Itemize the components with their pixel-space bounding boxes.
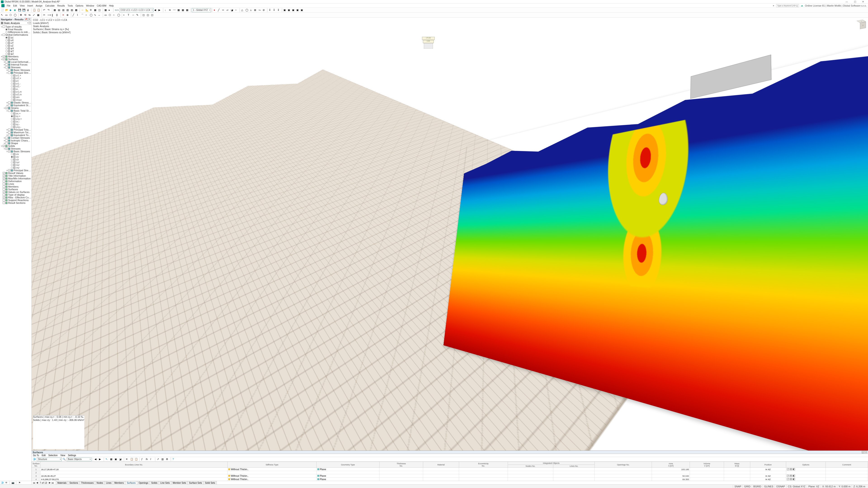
mirror-icon[interactable]: ⇋ [28, 13, 32, 17]
tree-item[interactable]: ⊞Equivalent Total Strains [0, 134, 31, 136]
tree-item[interactable]: ⊞Local Deformations [0, 61, 31, 63]
navigation-cube[interactable]: YX-Z [856, 20, 866, 29]
tree-item[interactable]: σ1,- [0, 82, 31, 85]
tree-item[interactable]: Title Information [0, 174, 31, 177]
panel-tree-icon[interactable]: 🧊 [32, 457, 36, 461]
tab-surface-sets[interactable]: Surface Sets [187, 481, 204, 484]
view-iso-icon[interactable]: ▦ [53, 8, 57, 12]
panel-copy-icon[interactable]: 📋 [130, 457, 134, 461]
panel-cols-icon[interactable]: ▥ [161, 457, 165, 461]
design1-icon[interactable]: ▣ [283, 8, 287, 12]
menu-assign[interactable]: Assign [34, 4, 44, 7]
nav-model-icon[interactable]: 🧊 [1, 481, 4, 484]
menu-edit[interactable]: Edit [12, 4, 18, 7]
load3-icon[interactable]: ↧ [277, 8, 281, 12]
print-icon[interactable]: 🖨 [26, 8, 30, 12]
tree-item[interactable]: Type of display [0, 193, 31, 196]
tree-item[interactable]: α+ [0, 79, 31, 82]
menu-calculate[interactable]: Calculate [44, 4, 56, 7]
tree-item[interactable]: Result Sections [0, 201, 31, 204]
render2-icon[interactable]: ▦ [181, 8, 185, 12]
grid-first-icon[interactable]: ⏮ [32, 482, 35, 484]
panel-it-icon[interactable]: I [150, 457, 154, 461]
sel-arrow-icon[interactable]: ↖ [0, 13, 4, 17]
surf-circle-icon[interactable]: ○ [113, 13, 117, 17]
menu-view[interactable]: View [18, 4, 26, 7]
tree-item[interactable]: σ2,m [0, 93, 31, 96]
navigator-tree[interactable]: ⊟Type of resultsFinal ResultsDifferences… [0, 25, 31, 481]
polyline-icon[interactable]: ⌇ [76, 13, 81, 17]
results-icon[interactable]: ≋ [168, 8, 173, 12]
member-icon[interactable]: ═ [222, 8, 226, 12]
view-xy-icon[interactable]: ▤ [57, 8, 61, 12]
data-grid[interactable]: SurfaceNo.Boundary Lines No.Stiffness Ty… [32, 462, 868, 481]
tree-item[interactable]: φX [0, 47, 31, 50]
save-as-icon[interactable]: 💾 [22, 8, 26, 12]
offset-icon[interactable]: ‖ [51, 13, 55, 17]
render3-icon[interactable]: ▦ [186, 8, 190, 12]
panel-menu-view[interactable]: View [59, 454, 67, 457]
panel-help-icon[interactable]: ? [172, 457, 176, 461]
panel-menu-settings[interactable]: Settings [66, 454, 77, 457]
tab-thicknesses[interactable]: Thicknesses [80, 481, 95, 484]
tree-item[interactable]: φZ [0, 53, 31, 55]
grid-last-icon[interactable]: ⏭ [51, 482, 55, 484]
panel-highlight-icon[interactable]: ◪ [119, 457, 123, 461]
tab-member-sets[interactable]: Member Sets [171, 481, 188, 484]
panel-close-icon[interactable]: ✕ [865, 451, 867, 453]
panel-paste-icon[interactable]: 📋 [134, 457, 138, 461]
tree-item[interactable]: uZ [0, 44, 31, 47]
tree-item[interactable]: εx,+ [0, 112, 31, 115]
menu-options[interactable]: Options [74, 4, 85, 7]
tree-item[interactable]: ⊞Members [0, 55, 31, 58]
tree-item[interactable]: ⊞Equivalent Stresses [0, 104, 31, 107]
tab-solid-sets[interactable]: Solid Sets [204, 481, 217, 484]
table-row[interactable]: 44-9,268,37-58,270Without Thickn..Plane6… [32, 478, 868, 481]
open-cloud-icon[interactable]: ◆ [9, 8, 13, 12]
tab-nodes[interactable]: Nodes [95, 481, 105, 484]
sel-lasso-icon[interactable]: ◯ [13, 13, 18, 17]
panel-next-icon[interactable]: ▶ [98, 457, 103, 461]
maximize-button[interactable]: ▢ [851, 0, 859, 4]
tab-surfaces[interactable]: Surfaces [125, 481, 137, 484]
tree-item[interactable]: Support Reactions [0, 199, 31, 201]
nav-camera-icon[interactable]: 📷 [11, 481, 14, 484]
tree-item[interactable]: ⊟Principal Stresses [0, 71, 31, 74]
tab-members[interactable]: Members [113, 481, 125, 484]
status-glines[interactable]: GLINES [763, 485, 775, 488]
tree-item[interactable]: ⊟Surfaces [0, 58, 31, 61]
menu-file[interactable]: File [5, 4, 12, 7]
spline-icon[interactable]: ∿ [94, 13, 98, 17]
measure-icon[interactable]: 📐 [85, 8, 89, 12]
view-custom-icon[interactable]: ▨ [70, 8, 74, 12]
tree-item[interactable]: uY [0, 41, 31, 44]
design5-icon[interactable]: ▣ [300, 8, 304, 12]
menu-cad-bim[interactable]: CAD-BIM [95, 4, 107, 7]
copy-icon[interactable]: 📋 [32, 8, 36, 12]
scale-icon[interactable]: ⤢ [32, 13, 36, 17]
surf-rect-icon[interactable]: ▭ [104, 13, 108, 17]
surface-icon[interactable]: ▱ [226, 8, 230, 12]
tab-sections[interactable]: Sections [68, 481, 80, 484]
hinge-icon[interactable]: ◯ [245, 8, 249, 12]
opening-icon[interactable]: ○ [235, 8, 239, 12]
menu-tools[interactable]: Tools [66, 4, 74, 7]
tree-item[interactable]: ⊟Stresses [0, 147, 31, 150]
status-osnap[interactable]: OSNAP [775, 485, 786, 488]
tree-item[interactable]: ⊟Solids [0, 144, 31, 147]
load1-icon[interactable]: ↧ [268, 8, 272, 12]
coord-combo[interactable]: 1 - Global XYZ [192, 8, 211, 12]
paste-icon[interactable]: 📋 [37, 8, 41, 12]
tree-item[interactable]: τxy [0, 166, 31, 169]
sel-rect-icon[interactable]: ▭ [5, 13, 9, 17]
tree-item[interactable]: ⊟Basic Total Strains [0, 109, 31, 112]
tree-item[interactable]: ⊟Global Deformations [0, 33, 31, 36]
navigator-detach-icon[interactable]: ↗ [29, 22, 31, 24]
spring-icon[interactable]: 〜 [258, 8, 262, 12]
circle-icon[interactable]: ○ [85, 13, 89, 17]
grid-next-icon[interactable]: ▶ [48, 481, 51, 484]
solid-icon[interactable]: ◪ [230, 8, 235, 12]
parabola-icon[interactable]: ⌣ [98, 13, 102, 17]
design3-icon[interactable]: ▣ [291, 8, 296, 12]
tree-item[interactable]: ⊞Contact Stresses [0, 136, 31, 139]
